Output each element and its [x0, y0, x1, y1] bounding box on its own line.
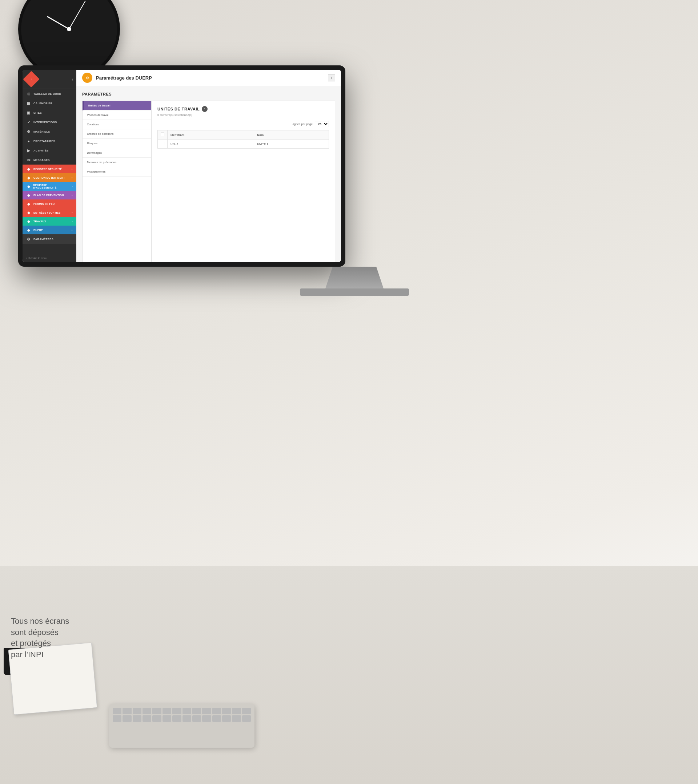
- left-menu-item-dommages[interactable]: Dommages: [83, 148, 151, 158]
- monitor-container: i ‹ ⊞ TABLEAU DE BORD ▦ CALENDRIER ▣ SIT…: [18, 65, 691, 296]
- sidebar-item-label: DUERP: [33, 229, 43, 231]
- chevron-right-icon: ›: [72, 229, 73, 232]
- left-menu-item-risques[interactable]: Risques: [83, 139, 151, 148]
- keyboard: [109, 704, 254, 748]
- page-size-select[interactable]: 25: [315, 121, 329, 127]
- monitor-screen: i ‹ ⊞ TABLEAU DE BORD ▦ CALENDRIER ▣ SIT…: [23, 70, 341, 262]
- sidebar-item-calendrier[interactable]: ▦ CALENDRIER: [23, 99, 76, 108]
- sidebar-item-plan-prevention[interactable]: ◆ PLAN DE PRÉVENTION ›: [23, 191, 76, 199]
- key: [152, 708, 161, 714]
- sidebar-item-label: PRESTATAIRES: [33, 140, 55, 143]
- chevron-right-icon: ›: [72, 211, 73, 214]
- row-checkbox-cell[interactable]: [158, 140, 168, 148]
- sidebar-item-label: SITES: [33, 111, 42, 114]
- sidebar-item-label: TABLEAU DE BORD: [33, 92, 61, 96]
- key: [122, 715, 131, 722]
- chevron-right-icon: ›: [72, 168, 73, 171]
- row-checkbox[interactable]: [161, 142, 164, 145]
- sidebar-item-activites[interactable]: ▶ ACTIVITÉS: [23, 146, 76, 155]
- key: [202, 708, 211, 714]
- left-menu-item-pictogrammes[interactable]: Pictogrammes: [83, 167, 151, 176]
- key: [242, 708, 251, 714]
- key: [222, 708, 231, 714]
- key: [113, 708, 121, 714]
- sidebar-item-prestataires[interactable]: ● PRESTATAIRES: [23, 136, 76, 146]
- key: [133, 715, 142, 722]
- sidebar-item-tableau-de-bord[interactable]: ⊞ TABLEAU DE BORD: [23, 89, 76, 99]
- sidebar-item-label: PLAN DE PRÉVENTION: [33, 194, 64, 196]
- collapse-sidebar-button[interactable]: ‹: [72, 76, 73, 82]
- table-row[interactable]: UNI-2 UNITE 1: [158, 140, 329, 148]
- sidebar-item-permis-feu[interactable]: ◆ PERMIS DE FEU: [23, 199, 76, 208]
- duerp-header-icon: ⚙: [86, 76, 89, 80]
- sidebar-item-sites[interactable]: ▣ SITES: [23, 108, 76, 117]
- content-area: PARAMÈTRES Unités de travail Phases de t…: [76, 86, 341, 262]
- parametres-icon: ⚙: [26, 237, 31, 242]
- sidebar-item-label: REGISTRE D'ACCESSIBILITÉ: [33, 184, 69, 189]
- chevron-right-icon: ›: [72, 185, 73, 188]
- materiels-icon: ⚙: [26, 129, 31, 134]
- collapse-label: Réduire le menu: [28, 257, 47, 259]
- key: [232, 708, 241, 714]
- chevron-right-icon: ›: [72, 194, 73, 197]
- key: [212, 715, 221, 722]
- sidebar-item-label: GESTION DU BATIMENT: [33, 176, 65, 179]
- registre-securite-icon: ◆: [26, 166, 31, 171]
- sidebar-item-label: PERMIS DE FEU: [33, 203, 54, 205]
- sidebar-item-gestion-batiment[interactable]: ◆ GESTION DU BATIMENT ›: [23, 173, 76, 182]
- key: [172, 708, 181, 714]
- sidebar-item-label: MATÉRIELS: [33, 130, 50, 133]
- desk-surface: [0, 566, 698, 784]
- select-all-checkbox[interactable]: [161, 133, 164, 136]
- sidebar-item-registre-securite[interactable]: ◆ REGISTRE SÉCURITÉ ›: [23, 165, 76, 173]
- header-action-button[interactable]: +: [328, 74, 335, 81]
- sidebar-item-registre-accessibilite[interactable]: ◆ REGISTRE D'ACCESSIBILITÉ ›: [23, 182, 76, 191]
- prevention-icon: ◆: [26, 193, 31, 198]
- clock-hour-hand: [47, 16, 69, 30]
- data-table: Identifiant Nom: [157, 130, 329, 148]
- key: [183, 708, 191, 714]
- sidebar-item-label: PARAMÈTRES: [33, 237, 53, 241]
- duerp-icon: ◆: [26, 227, 31, 232]
- monitor-frame: i ‹ ⊞ TABLEAU DE BORD ▦ CALENDRIER ▣ SIT…: [18, 65, 345, 267]
- bottom-text: Tous nos écrans sont déposés et protégés…: [11, 616, 69, 660]
- batiment-icon: ◆: [26, 175, 31, 180]
- logo-diamond: i: [23, 71, 39, 87]
- sidebar-item-duerp[interactable]: ◆ DUERP ›: [23, 226, 76, 234]
- keyboard-keys: [109, 704, 254, 726]
- key: [192, 715, 201, 722]
- sidebar-item-label: MESSAGES: [33, 158, 50, 161]
- table-header-nom: Nom: [254, 130, 329, 140]
- sidebar-item-interventions[interactable]: ✓ INTERVENTIONS: [23, 117, 76, 127]
- collapse-arrow-icon: ‹: [26, 257, 27, 259]
- messages-icon: ✉: [26, 157, 31, 162]
- left-menu-item-criteres-cotations[interactable]: Critères de cotations: [83, 129, 151, 139]
- collapse-menu-button[interactable]: ‹ Réduire le menu: [23, 254, 76, 262]
- key: [113, 715, 121, 722]
- key: [212, 708, 221, 714]
- left-menu-item-mesures-prevention[interactable]: Mesures de prévention: [83, 158, 151, 167]
- entrees-icon: ◆: [26, 210, 31, 215]
- panel-subtitle: 0 élément(s) sélectionné(s): [157, 114, 329, 117]
- sidebar-item-parametres[interactable]: ⚙ PARAMÈTRES: [23, 234, 76, 244]
- left-menu-item-phases-travail[interactable]: Phases de travail: [83, 110, 151, 120]
- left-menu-item-cotations[interactable]: Cotations: [83, 120, 151, 129]
- key: [172, 715, 181, 722]
- panel-heading: UNITÉS DE TRAVAIL 1: [157, 106, 329, 112]
- activites-icon: ▶: [26, 148, 31, 153]
- left-menu-item-unites-travail[interactable]: Unités de travail: [83, 101, 151, 110]
- key: [152, 715, 161, 722]
- section-title: PARAMÈTRES: [82, 92, 335, 96]
- sites-icon: ▣: [26, 110, 31, 115]
- sidebar-item-travaux[interactable]: ◆ TRAVAUX ›: [23, 217, 76, 226]
- panel-count-badge: 1: [202, 106, 208, 112]
- sidebar-item-entrees-sorties[interactable]: ◆ ENTRÉES / SORTIES ›: [23, 208, 76, 217]
- chevron-right-icon: ›: [72, 220, 73, 223]
- key: [133, 708, 142, 714]
- sidebar-item-messages[interactable]: ✉ MESSAGES: [23, 155, 76, 165]
- key: [162, 708, 171, 714]
- monitor-base: [300, 288, 409, 296]
- sidebar-item-materiels[interactable]: ⚙ MATÉRIELS: [23, 127, 76, 136]
- table-header-identifiant: Identifiant: [168, 130, 254, 140]
- key: [142, 715, 151, 722]
